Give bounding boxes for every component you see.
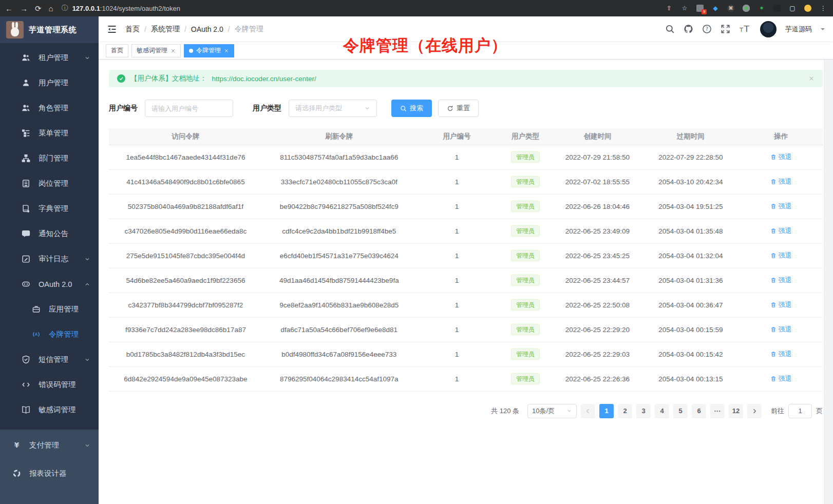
force-logout-button[interactable]: 强退 <box>770 226 792 236</box>
page-button-4[interactable]: 4 <box>655 404 669 418</box>
user-type-badge: 管理员 <box>511 348 540 360</box>
users-icon <box>22 104 30 112</box>
search-button[interactable]: 搜索 <box>391 100 432 117</box>
search-icon[interactable] <box>665 24 675 34</box>
breadcrumb-oauth[interactable]: OAuth 2.0 <box>191 25 223 33</box>
sidebar-item-notice[interactable]: 通知公告 <box>0 221 99 246</box>
tab-home[interactable]: 首页 <box>106 44 128 57</box>
sidebar-item-dept[interactable]: 部门管理 <box>0 146 99 171</box>
goto-page-input[interactable] <box>788 404 812 418</box>
extension-icon[interactable]: ▢ <box>788 4 797 13</box>
client-icon <box>22 280 30 288</box>
user-type-select[interactable]: 请选择用户类型 <box>289 100 377 117</box>
force-logout-button[interactable]: 强退 <box>770 202 792 211</box>
expire-time-cell: 2054-03-10 20:42:34 <box>642 169 739 194</box>
sidebar-item-role[interactable]: 角色管理 <box>0 95 99 121</box>
breadcrumb-system[interactable]: 系统管理 <box>151 25 180 34</box>
sidebar-item-tenant[interactable]: 租户管理 <box>0 45 99 70</box>
sidebar-item-sensitive-word[interactable]: 敏感词管理 <box>0 397 99 422</box>
breadcrumb-home[interactable]: 首页 <box>125 25 140 34</box>
sidebar-fold-icon[interactable] <box>107 24 117 34</box>
chevron-down-icon[interactable] <box>821 28 825 32</box>
search-icon <box>400 105 407 112</box>
refresh-token-cell: 49d1aa46d1454fbd87591444423be9fa <box>262 268 416 293</box>
user-avatar[interactable] <box>760 21 777 37</box>
fullscreen-icon[interactable] <box>721 24 730 34</box>
table-row: b0d1785bc3a8482f812db4a3f3bd15ec b0df498… <box>109 342 823 366</box>
sidebar-item-dict[interactable]: 字典管理 <box>0 196 99 221</box>
page-button-5[interactable]: 5 <box>673 404 688 418</box>
sidebar-item-report-designer[interactable]: 报表设计器 <box>0 461 99 486</box>
extension-icon[interactable]: ◆ <box>711 4 720 13</box>
browser-back-button[interactable]: ← <box>5 5 13 12</box>
sidebar-item-audit-log[interactable]: 审计日志 <box>0 246 99 272</box>
browser-refresh-button[interactable]: ⟳ <box>35 5 42 12</box>
extension-icon[interactable] <box>742 4 751 13</box>
more-pages-button[interactable]: ··· <box>710 404 725 418</box>
page-button-3[interactable]: 3 <box>636 404 651 418</box>
address-bar[interactable]: ⓘ 127.0.0.1:1024/system/oauth2/token <box>62 4 665 13</box>
trash-icon <box>770 228 777 234</box>
force-logout-button[interactable]: 强退 <box>770 177 792 186</box>
browser-forward-button[interactable]: → <box>20 5 28 12</box>
page-button-1[interactable]: 1 <box>599 404 614 418</box>
page-button-12[interactable]: 12 <box>729 404 743 418</box>
reset-button[interactable]: 重置 <box>438 100 479 117</box>
browser-menu-icon[interactable]: ⋮ <box>819 4 828 13</box>
sidebar-item-post[interactable]: 岗位管理 <box>0 171 99 196</box>
sidebar-item-error-code[interactable]: 错误码管理 <box>0 372 99 397</box>
tab-sensitive-word[interactable]: 敏感词管理 <box>131 44 181 57</box>
extension-icon[interactable]: 9 <box>695 4 705 13</box>
prev-page-button[interactable] <box>581 404 595 418</box>
sidebar-item-oauth-token[interactable]: 令牌管理 <box>0 322 99 347</box>
user-id-input[interactable] <box>145 100 233 117</box>
extension-icon[interactable]: ⌘ <box>726 4 735 13</box>
force-logout-button[interactable]: 强退 <box>770 300 792 309</box>
sidebar-item-payment[interactable]: 支付管理 <box>0 433 99 458</box>
extension-icon[interactable]: ✶ <box>757 4 766 13</box>
col-refresh-token: 刷新令牌 <box>262 128 416 145</box>
browser-home-button[interactable]: ⌂ <box>49 5 53 12</box>
force-logout-button[interactable]: 强退 <box>770 276 792 285</box>
doc-link[interactable]: https://doc.iocoder.cn/user-center/ <box>212 75 316 83</box>
page-unit-label: 页 <box>816 406 823 416</box>
scrollbar[interactable] <box>824 60 833 504</box>
close-icon[interactable] <box>224 48 229 53</box>
goto-label: 前往 <box>771 406 784 416</box>
tab-token[interactable]: 令牌管理 <box>184 44 234 57</box>
share-icon[interactable]: ⇧ <box>665 4 674 13</box>
create-time-cell: 2022-06-25 22:26:36 <box>553 366 642 391</box>
force-logout-button[interactable]: 强退 <box>770 251 792 260</box>
user-icon <box>22 79 30 87</box>
page-button-6[interactable]: 6 <box>692 404 706 418</box>
help-icon[interactable] <box>702 24 712 34</box>
refresh-icon <box>447 105 453 112</box>
force-logout-button[interactable]: 强退 <box>770 152 792 162</box>
sidebar-menu-lower: 支付管理 报表设计器 <box>0 430 99 504</box>
table-row: 1ea5e44f8bc1467aaede43144f31de76 811c530… <box>109 145 823 169</box>
sidebar-item-sms[interactable]: 短信管理 <box>0 347 99 372</box>
site-info-icon[interactable]: ⓘ <box>62 4 68 13</box>
bookmark-star-icon[interactable]: ☆ <box>680 4 689 13</box>
github-icon[interactable] <box>684 24 693 34</box>
sidebar-item-menu[interactable]: 菜单管理 <box>0 121 99 146</box>
app-logo-bar[interactable]: 芋道管理系统 <box>0 16 99 43</box>
force-logout-button[interactable]: 强退 <box>770 374 792 383</box>
close-icon[interactable] <box>808 75 815 82</box>
font-size-icon[interactable] <box>739 24 751 34</box>
trash-icon <box>770 203 777 209</box>
next-page-button[interactable] <box>747 404 762 418</box>
page-content: 【用户体系】文档地址： https://doc.iocoder.cn/user-… <box>99 60 833 504</box>
user-type-badge: 管理员 <box>511 373 540 384</box>
page-button-2[interactable]: 2 <box>618 404 632 418</box>
profile-avatar-icon[interactable] <box>803 4 812 13</box>
sidebar-item-oauth-app[interactable]: 应用管理 <box>0 297 99 322</box>
force-logout-button[interactable]: 强退 <box>770 325 792 334</box>
close-icon[interactable] <box>171 48 176 53</box>
sidebar-item-oauth[interactable]: OAuth 2.0 <box>0 272 99 297</box>
force-logout-button[interactable]: 强退 <box>770 350 792 359</box>
page-size-select[interactable]: 10条/页 <box>527 404 577 418</box>
user-id-cell: 1 <box>416 293 498 317</box>
sidebar-item-user[interactable]: 用户管理 <box>0 70 99 95</box>
extension-icon[interactable] <box>772 4 782 13</box>
